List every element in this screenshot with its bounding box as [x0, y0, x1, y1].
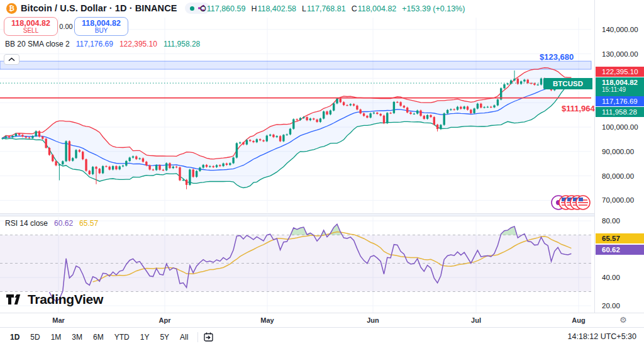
last-price-axis-tag: 118,004.82 15:11:49: [596, 77, 644, 96]
go-to-date-icon[interactable]: [203, 332, 214, 342]
range-button-3m[interactable]: 3M: [67, 330, 87, 344]
month-label: Aug: [572, 316, 585, 324]
rsi-ma-value: 65.57: [79, 219, 98, 228]
rsi-value: 60.62: [54, 219, 73, 228]
chevron-up-icon: [8, 57, 15, 62]
range-button-1d[interactable]: 1D: [6, 330, 24, 344]
rsi-tick-label: 80.00: [602, 217, 620, 225]
range-button-5y[interactable]: 5Y: [155, 330, 174, 344]
axis-settings-gear-icon[interactable]: ⚙: [619, 315, 627, 325]
close-value: 118,004.82: [358, 4, 397, 13]
month-label: Jul: [471, 316, 481, 324]
spread-value: 0.00: [59, 23, 73, 30]
tradingview-mark-icon: [6, 294, 23, 304]
price-tick-label: 70,000.00: [602, 196, 634, 204]
time-axis[interactable]: MarAprMayJunJulAug ⚙: [0, 313, 644, 327]
month-label: May: [260, 316, 274, 324]
bb-indicator-legend[interactable]: BB 20 SMA close 2 117,176.69 122,395.10 …: [5, 40, 200, 48]
price-tick-label: 130,000.00: [602, 50, 638, 58]
month-label: Apr: [159, 316, 171, 324]
collapse-pane-button[interactable]: [4, 54, 19, 65]
bb-upper-value: 122,395.10: [119, 40, 157, 48]
toolbar-divider: [197, 332, 198, 342]
price-axis[interactable]: USD 122,395.10 118,004.82 15:11:49 117,1…: [594, 0, 644, 313]
resistance-price-label: $123,680: [540, 52, 574, 62]
high-value: 118,402.58: [257, 4, 296, 13]
bb-basis-value: 117,176.69: [76, 40, 113, 48]
rsi-ma-axis-tag: 65.57: [596, 233, 644, 243]
bb-title: BB 20 SMA close 2: [5, 40, 70, 48]
price-tick-label: 100,000.00: [602, 123, 638, 131]
bitcoin-icon: ₿: [6, 3, 17, 14]
range-button-5d[interactable]: 5D: [26, 330, 44, 344]
range-button-6m[interactable]: 6M: [89, 330, 108, 344]
rsi-value-axis-tag: 60.62: [596, 245, 644, 255]
price-tick-label: 90,000.00: [602, 148, 634, 155]
bb-upper-axis-tag: 122,395.10: [596, 67, 644, 77]
tradingview-wordmark: TradingView: [28, 292, 103, 307]
range-button-ytd[interactable]: YTD: [110, 330, 134, 344]
pane-separator[interactable]: [0, 213, 644, 216]
clock-timezone[interactable]: 14:18:12 UTC+5:30: [568, 332, 636, 341]
month-label: Mar: [52, 316, 65, 324]
symbol-title[interactable]: Bitcoin / U.S. Dollar · 1D · BINANCE: [21, 3, 177, 13]
price-tick-label: 80,000.00: [602, 172, 634, 180]
range-switcher: 1D5D1M3M6MYTD1Y5YAll: [4, 330, 192, 344]
symbol-price-tag: BTCUSD: [543, 78, 592, 89]
buy-button[interactable]: 118,004.82 BUY: [74, 17, 128, 36]
market-open-dot-icon: [190, 6, 194, 11]
bar-countdown: 15:11:49: [602, 86, 644, 93]
last-price-value: 118,004.82: [602, 79, 644, 86]
price-tick-label: 140,000.00: [602, 26, 638, 33]
low-value: 117,768.81: [307, 4, 346, 13]
tradingview-chart-app: USD 122,395.10 118,004.82 15:11:49 117,1…: [0, 0, 644, 346]
bb-basis-axis-tag: 117,176.69: [596, 96, 644, 106]
change-value: +153.39 (+0.13%): [402, 4, 465, 13]
rsi-indicator-legend[interactable]: RSI 14 close 60.62 65.57: [5, 219, 98, 228]
flag-stack-icon: [552, 196, 590, 209]
range-button-all[interactable]: All: [175, 330, 192, 344]
range-button-1y[interactable]: 1Y: [136, 330, 154, 344]
rsi-tick-label: 40.00: [602, 274, 620, 281]
rsi-title: RSI 14 close: [5, 219, 48, 228]
bottom-toolbar: 1D5D1M3M6MYTD1Y5YAll 14:18:12 UTC+5:30: [0, 327, 644, 346]
sell-button[interactable]: 118,004.82 SELL: [4, 17, 58, 36]
month-label: Jun: [367, 316, 379, 324]
range-button-1m[interactable]: 1M: [47, 330, 66, 344]
tradingview-logo[interactable]: TradingView: [6, 292, 103, 307]
ohlc-readout: O117,860.59 H118,402.58 L117,768.81 C118…: [200, 4, 465, 13]
bb-lower-value: 111,958.28: [164, 40, 200, 48]
rsi-tick-label: 20.00: [602, 302, 620, 310]
bb-lower-axis-tag: 111,958.28: [596, 107, 644, 117]
open-value: 117,860.59: [207, 4, 246, 13]
support-price-label: $111,964: [562, 104, 595, 113]
